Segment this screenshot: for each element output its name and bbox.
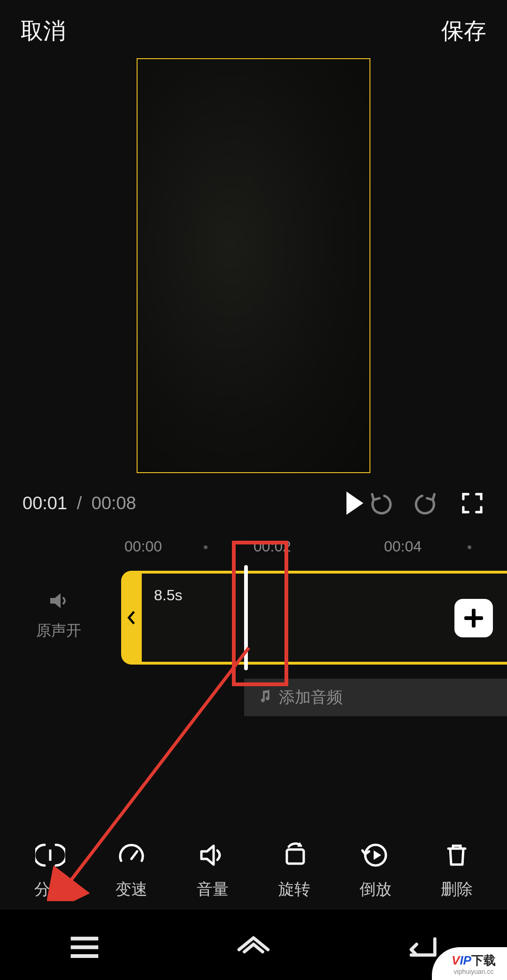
music-icon	[258, 689, 272, 707]
reverse-tool[interactable]: 倒放	[360, 840, 392, 900]
ruler-tick-label: 00:04	[384, 538, 422, 555]
tool-label: 倒放	[360, 879, 392, 900]
clip-body[interactable]	[142, 571, 507, 665]
chevron-left-icon	[126, 610, 137, 626]
undo-icon	[368, 491, 392, 515]
clip-duration: 8.5s	[154, 587, 182, 604]
watermark: VIP下载 viphuiyuan.cc	[432, 947, 507, 980]
menu-icon	[66, 934, 103, 961]
ruler-tick-dot	[468, 545, 471, 549]
speed-icon	[116, 840, 146, 870]
volume-tool[interactable]: 音量	[197, 840, 229, 900]
ruler-tick-dot	[204, 545, 207, 549]
rotate-tool[interactable]: 旋转	[278, 840, 310, 900]
add-audio-track[interactable]: 添加音频	[244, 679, 507, 716]
cancel-button[interactable]: 取消	[21, 16, 66, 46]
total-time: 00:08	[92, 493, 136, 513]
redo-button[interactable]	[414, 491, 438, 515]
fullscreen-button[interactable]	[460, 491, 484, 515]
sound-label: 原声开	[0, 620, 117, 641]
ruler-tick-label: 00:02	[254, 538, 291, 555]
tool-label: 变速	[115, 879, 147, 900]
svg-line-2	[131, 851, 137, 859]
nav-back-button[interactable]	[404, 933, 441, 961]
save-button[interactable]: 保存	[441, 16, 486, 46]
video-preview[interactable]	[137, 58, 370, 473]
ruler-tick-label: 00:00	[124, 538, 162, 555]
nav-menu-button[interactable]	[66, 933, 103, 961]
home-icon	[235, 934, 272, 960]
current-time: 00:01	[23, 493, 67, 513]
trim-handle-left[interactable]	[121, 571, 142, 665]
video-clip-track[interactable]: 8.5s	[121, 571, 507, 665]
split-icon	[35, 840, 65, 870]
timeline-ruler[interactable]: 00:0000:0200:04	[0, 534, 507, 562]
reverse-icon	[361, 840, 391, 870]
fullscreen-icon	[460, 491, 484, 515]
delete-tool[interactable]: 删除	[441, 840, 473, 900]
tool-label: 旋转	[278, 879, 310, 900]
delete-icon	[442, 840, 472, 870]
redo-icon	[414, 491, 438, 515]
play-button[interactable]	[342, 490, 368, 516]
add-audio-label: 添加音频	[279, 687, 343, 708]
play-icon	[344, 490, 366, 516]
volume-icon	[198, 840, 228, 870]
rotate-icon	[279, 840, 309, 870]
time-display: 00:01 / 00:08	[23, 493, 136, 513]
tool-label: 分割	[34, 879, 66, 900]
playhead[interactable]	[244, 565, 248, 670]
undo-button[interactable]	[368, 491, 392, 515]
tool-label: 删除	[441, 879, 473, 900]
split-tool[interactable]: 分割	[34, 840, 66, 900]
add-clip-button[interactable]	[454, 599, 493, 637]
tool-label: 音量	[197, 879, 229, 900]
nav-home-button[interactable]	[235, 933, 272, 961]
back-icon	[404, 934, 441, 960]
svg-rect-3	[287, 850, 304, 864]
system-navbar	[0, 910, 507, 980]
sound-icon[interactable]	[47, 590, 70, 614]
speed-tool[interactable]: 变速	[115, 840, 147, 900]
